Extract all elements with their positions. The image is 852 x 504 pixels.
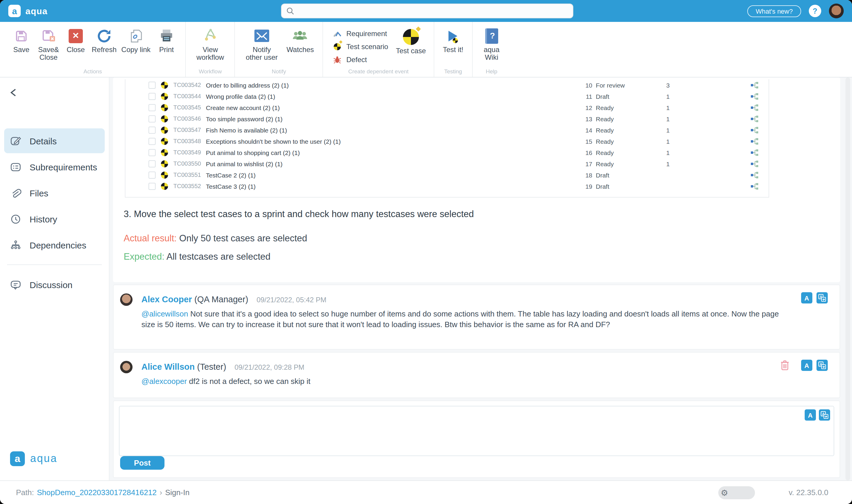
refresh-icon	[96, 27, 112, 44]
path-label: Path:	[16, 488, 34, 497]
user-avatar[interactable]	[829, 3, 844, 18]
post-button[interactable]: Post	[120, 456, 164, 470]
linked-items-icon[interactable]	[751, 81, 759, 88]
font-style-button[interactable]: A	[805, 409, 816, 420]
linked-items-icon[interactable]	[751, 149, 759, 156]
close-icon: ✕	[69, 29, 83, 43]
help-button[interactable]: ?	[809, 5, 821, 17]
search-input[interactable]	[297, 6, 568, 16]
ribbon-group-workflow: Viewworkflow Workflow	[186, 22, 235, 77]
details-content: TC003542 Order to billing address (2) (1…	[110, 77, 852, 480]
comment-input[interactable]: A A	[119, 406, 834, 456]
print-button[interactable]: Print	[153, 27, 180, 54]
testcase-title: Put animal to shopping cart (2) (1)	[206, 149, 576, 156]
sidebar-item-dependencies[interactable]: Dependencies	[4, 233, 105, 257]
font-style-button[interactable]: A	[801, 292, 812, 304]
requirement-icon	[333, 29, 342, 38]
create-requirement-item[interactable]: Requirement	[333, 29, 388, 38]
create-test-scenario-item[interactable]: Test scenario	[333, 42, 388, 51]
linked-items-icon[interactable]	[751, 138, 759, 145]
refresh-button[interactable]: Refresh	[90, 27, 118, 54]
save-close-button[interactable]: Save&Close	[36, 27, 61, 61]
row-checkbox[interactable]	[148, 126, 156, 133]
table-row[interactable]: TC003550 Put animal to wishlist (2) (1) …	[125, 158, 768, 169]
row-checkbox[interactable]	[148, 104, 156, 111]
table-row[interactable]: TC003546 Too simple password (2) (1) 13 …	[125, 113, 768, 124]
settings-toggle[interactable]: ⚙	[718, 486, 755, 499]
view-workflow-button[interactable]: Viewworkflow	[192, 27, 229, 61]
table-row[interactable]: TC003549 Put animal to shopping cart (2)…	[125, 147, 768, 158]
ribbon-toolbar: Save Save&Close ✕ Close Refresh	[0, 22, 852, 77]
table-row[interactable]: TC003552 TestCase 3 (2) (1) 19 Draft	[125, 180, 768, 192]
font-style-button[interactable]: A	[801, 360, 812, 371]
table-row[interactable]: TC003545 Create new account (2) (1) 12 R…	[125, 102, 768, 113]
test-it-button[interactable]: Test it!	[440, 27, 466, 54]
row-checkbox[interactable]	[148, 160, 156, 167]
expected-result-label: Expected:	[124, 251, 164, 262]
testcase-status: Ready	[596, 115, 666, 122]
sidebar-item-history[interactable]: History	[4, 206, 105, 231]
commenter-role: (QA Manager)	[194, 294, 248, 304]
notify-other-user-button[interactable]: Notifyother user	[241, 27, 283, 61]
create-test-case-button[interactable]: Test case	[394, 29, 428, 55]
watches-button[interactable]: Watches	[284, 27, 317, 54]
table-row[interactable]: TC003547 Fish Nemo is available (2) (1) …	[125, 124, 768, 136]
row-checkbox[interactable]	[148, 138, 156, 145]
linked-items-icon[interactable]	[751, 126, 759, 133]
testcase-executions: 1	[666, 149, 684, 156]
linked-items-icon[interactable]	[751, 115, 759, 122]
translate-button[interactable]: A	[816, 292, 828, 304]
table-row[interactable]: TC003548 Exceptions shouldn't be shown t…	[125, 136, 768, 147]
global-search[interactable]	[281, 3, 573, 18]
collapse-sidebar-button[interactable]	[10, 88, 19, 97]
sidebar-item-files[interactable]: Files	[4, 180, 105, 205]
testcase-title: Put animal to wishlist (2) (1)	[206, 160, 576, 167]
translate-button[interactable]: A	[819, 409, 830, 420]
table-row[interactable]: TC003542 Order to billing address (2) (1…	[125, 79, 768, 90]
delete-comment-icon[interactable]	[780, 360, 790, 371]
testcase-icon	[161, 160, 168, 167]
mention-link[interactable]: @alexcooper	[141, 377, 187, 386]
aqua-app-window: a aqua What's new? ? Save	[0, 0, 852, 504]
testcase-icon	[161, 115, 168, 122]
commenter-name[interactable]: Alice Willson	[141, 362, 195, 372]
linked-items-icon[interactable]	[751, 104, 759, 111]
sidebar-item-subrequirements[interactable]: Subrequirements	[4, 155, 105, 179]
row-checkbox[interactable]	[148, 115, 156, 122]
testcase-executions: 1	[666, 93, 684, 100]
row-checkbox[interactable]	[148, 149, 156, 156]
save-close-icon	[41, 27, 56, 44]
aqua-wiki-button[interactable]: ? aquaWiki	[479, 27, 505, 61]
copy-link-button[interactable]: Copy link	[120, 27, 152, 54]
sidebar-item-details[interactable]: Details	[4, 128, 105, 153]
testcase-id: TC003546	[174, 115, 206, 122]
sidebar-item-discussion[interactable]: Discussion	[4, 272, 105, 297]
table-row[interactable]: TC003551 TestCase 2 (2) (1) 18 Draft	[125, 169, 768, 180]
row-checkbox[interactable]	[148, 182, 156, 190]
row-checkbox[interactable]	[148, 93, 156, 100]
description-section: TC003542 Order to billing address (2) (1…	[113, 77, 840, 282]
create-defect-item[interactable]: Defect	[333, 55, 388, 64]
mention-link[interactable]: @alicewillson	[141, 309, 188, 318]
row-checkbox[interactable]	[148, 81, 156, 88]
linked-items-icon[interactable]	[751, 93, 759, 100]
new-comment-section: A A Post	[113, 400, 840, 478]
row-checkbox[interactable]	[148, 171, 156, 178]
content-scrollbar[interactable]	[846, 77, 850, 480]
linked-items-icon[interactable]	[751, 171, 759, 178]
close-button[interactable]: ✕ Close	[63, 27, 89, 54]
project-link[interactable]: ShopDemo_202203301728416212	[37, 488, 157, 497]
testcase-status: Ready	[596, 149, 666, 156]
testcase-id: TC003547	[174, 127, 206, 133]
commenter-name[interactable]: Alex Cooper	[141, 294, 192, 304]
testcase-executions: 3	[666, 81, 684, 88]
table-row[interactable]: TC003544 Wrong profile data (2) (1) 11 D…	[125, 90, 768, 102]
save-button[interactable]: Save	[8, 27, 34, 54]
linked-items-icon[interactable]	[751, 182, 759, 190]
view-workflow-icon	[203, 27, 218, 44]
whats-new-button[interactable]: What's new?	[747, 5, 801, 17]
testcase-id: TC003548	[174, 138, 206, 144]
linked-items-icon[interactable]	[751, 160, 759, 167]
testcase-icon	[161, 182, 168, 190]
translate-button[interactable]: A	[816, 360, 828, 371]
